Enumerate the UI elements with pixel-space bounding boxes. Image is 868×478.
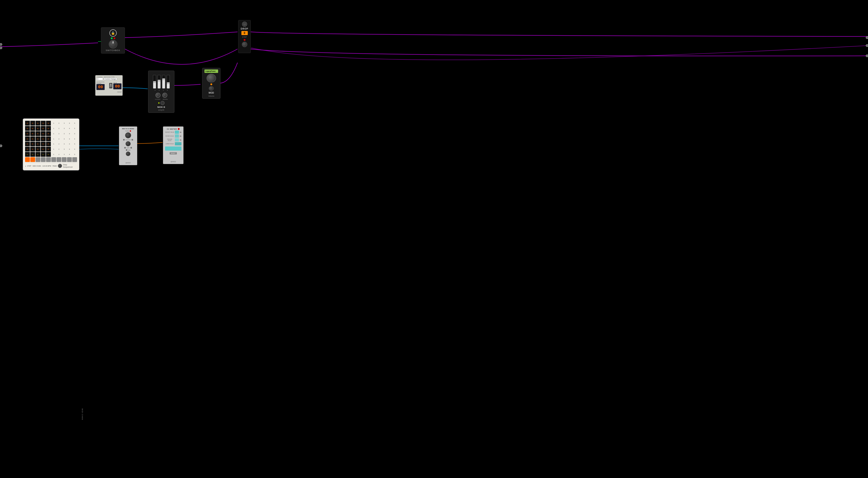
seq-number: 1 <box>51 121 56 126</box>
seq-number: 1 <box>51 142 56 147</box>
seq-cell[interactable]: 4↑ <box>30 126 35 131</box>
svg-point-1 <box>0 47 2 49</box>
sliders-row <box>150 73 173 89</box>
volume-knob[interactable] <box>207 74 216 83</box>
meter-row3: TRIGGER VALUE ≫ <box>164 138 182 141</box>
seq-btn[interactable] <box>57 157 61 162</box>
cv-meter-brand: @MOD <box>170 161 176 162</box>
seq-btn[interactable] <box>51 157 56 162</box>
seq-cell[interactable]: 4↑ <box>30 121 35 126</box>
seq-cell[interactable]: 4↑ <box>41 131 45 136</box>
seq-number: 3 <box>62 142 67 147</box>
seq-cell[interactable]: 4↑ <box>25 152 30 157</box>
reset-button[interactable]: RESET <box>169 152 177 155</box>
mod-sub: Volume <box>208 95 215 97</box>
svg-point-2 <box>866 36 868 39</box>
svg-point-4 <box>866 55 868 57</box>
seq-btn[interactable] <box>36 157 40 162</box>
reson-knob[interactable] <box>162 93 167 98</box>
seq-cell[interactable]: 4↑ <box>25 136 30 141</box>
seq-number: 5 <box>72 121 77 126</box>
seq-cell[interactable]: 4↑ <box>41 147 45 152</box>
seq-cell[interactable]: 4↑ <box>41 121 45 126</box>
mindi-module: CHANNEL 0 MESSAGE TYPE Control Change NO… <box>95 75 123 96</box>
seq-cell[interactable]: 4↑ <box>30 136 35 141</box>
seq-cell[interactable]: 4↑ <box>25 142 30 147</box>
seq-cell[interactable]: 4↑ <box>36 142 40 147</box>
seq-number: 1 <box>51 126 56 131</box>
seq-cell[interactable]: 4↑ <box>30 142 35 147</box>
seq-cell[interactable]: 4↑ <box>36 121 40 126</box>
lock-icon: 🔒 <box>110 29 117 37</box>
seq-cell[interactable]: 4↑ <box>46 152 51 157</box>
seq-btn[interactable] <box>46 157 51 162</box>
seq-bottom-bar: ♪ STEP MIDI CHAN 120.00 BPM PAMC Step Se… <box>25 163 77 168</box>
svg-point-3 <box>866 44 868 47</box>
seq-cell[interactable]: 4↑ <box>41 152 45 157</box>
cv-knob3[interactable] <box>126 152 130 156</box>
drop-icon: ⊕ <box>242 22 247 27</box>
seq-cell[interactable]: 4↑ <box>30 152 35 157</box>
seq-number: 3 <box>62 147 67 152</box>
seq-cell[interactable]: 4↑ <box>36 152 40 157</box>
seq-tempo-knob[interactable] <box>58 164 62 168</box>
seq-cell[interactable]: 4↑ <box>30 131 35 136</box>
higher-label: HIGHER VALUE <box>165 135 174 137</box>
cutoff-knob[interactable] <box>155 93 160 98</box>
seq-number: 2 <box>57 126 61 131</box>
cv-knob2[interactable] <box>126 141 131 146</box>
seq-cell[interactable]: 4↑ <box>46 121 51 126</box>
slider-decay[interactable] <box>157 75 161 89</box>
mindi-displays: NOTIFICATION NUMBER 00 VALUE 00 <box>96 81 122 90</box>
tune-knob[interactable] <box>125 132 131 138</box>
seq-cell[interactable]: 4↑ <box>41 126 45 131</box>
seq-btn[interactable] <box>30 157 35 162</box>
seq-cell[interactable]: 4↑ <box>25 147 30 152</box>
msgtype-value[interactable]: Control Change <box>104 78 117 80</box>
seq-cell[interactable]: 4↑ <box>46 136 51 141</box>
seq-cell[interactable]: 4↑ <box>36 126 40 131</box>
seq-cell[interactable]: 4↑ <box>25 131 30 136</box>
seq-cell[interactable]: 4↑ <box>46 126 51 131</box>
seq-cell[interactable]: 4↑ <box>41 142 45 147</box>
midi-row: MIDI <box>120 149 136 151</box>
seq-cell[interactable]: 4↑ <box>36 131 40 136</box>
nickd-small-knob[interactable] <box>160 101 164 105</box>
volt-label: VOLT/OCT <box>125 139 131 140</box>
midi-cv-title: MIDI TO CV MONO <box>122 128 134 130</box>
seq-btn[interactable] <box>25 157 30 162</box>
seq-cell[interactable]: 4↑ <box>25 126 30 131</box>
seq-cell[interactable]: 4↑ <box>41 136 45 141</box>
seq-number: 2 <box>57 136 61 141</box>
midi-label: MIDI <box>128 150 131 151</box>
slider-attack[interactable] <box>153 75 156 89</box>
seq-cell[interactable]: 4↑ <box>46 142 51 147</box>
seq-number: 2 <box>57 152 61 157</box>
slider-sustain[interactable] <box>162 75 165 89</box>
highest-label: HIGHEST VALUE <box>165 131 174 133</box>
mod-display: LegacyPower <box>205 69 218 73</box>
drop-knob[interactable] <box>242 42 247 47</box>
seq-number: 2 <box>57 131 61 136</box>
seq-cell[interactable]: 4↑ <box>46 131 51 136</box>
seq-btn[interactable] <box>62 157 67 162</box>
seq-number: 3 <box>62 131 67 136</box>
meter-bar1 <box>175 131 179 134</box>
svg-rect-9 <box>110 86 112 87</box>
mod-small-knob[interactable] <box>209 86 214 91</box>
seq-cell[interactable]: 4↑ <box>46 147 51 152</box>
svg-point-12 <box>111 85 112 85</box>
seq-cell[interactable]: 4↑ <box>25 121 30 126</box>
channel-value[interactable]: 0 <box>96 78 103 80</box>
switchbox-knob[interactable] <box>109 40 117 49</box>
trigger-label: TRIGGER VALUE <box>165 138 174 141</box>
seq-info: STEP MIDI CHAN 120.00 BPM PAMC <box>27 165 57 167</box>
seq-cell[interactable]: 4↑ <box>30 147 35 152</box>
seq-number: 3 <box>62 136 67 141</box>
seq-cell[interactable]: 4↑ <box>36 136 40 141</box>
seq-btn[interactable] <box>67 157 72 162</box>
seq-cell[interactable]: 4↑ <box>36 147 40 152</box>
seq-btn[interactable] <box>72 157 77 162</box>
seq-btn[interactable] <box>41 157 45 162</box>
slider-release[interactable] <box>167 75 170 89</box>
